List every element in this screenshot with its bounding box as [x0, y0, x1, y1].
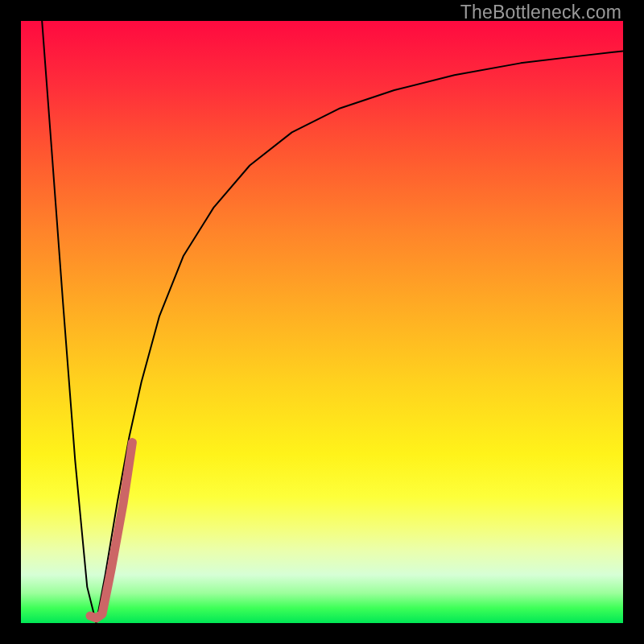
series-curve-black-right: [97, 51, 624, 623]
series-curve-black-left: [42, 21, 96, 623]
curves-svg: [21, 21, 623, 623]
watermark-text: TheBottleneck.com: [460, 2, 621, 23]
series-highlight-segment: [90, 443, 132, 618]
plot-area: [21, 21, 623, 623]
chart-frame: TheBottleneck.com: [0, 0, 644, 644]
